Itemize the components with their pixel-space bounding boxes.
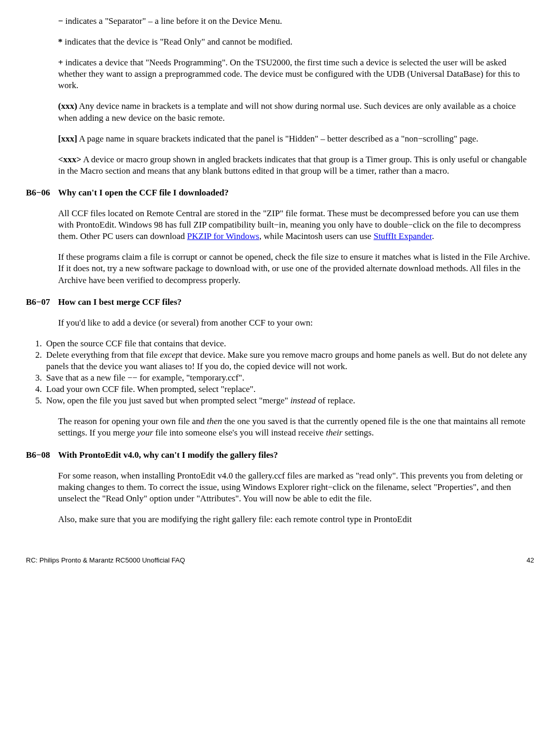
list-item: Save that as a new file −− for example, … — [44, 372, 534, 384]
heading-number: B6−07 — [26, 297, 58, 308]
para-corrupt-check: If these programs claim a file is corrup… — [58, 251, 534, 286]
footer-title: RC: Philips Pronto & Marantz RC5000 Unof… — [26, 556, 185, 565]
text-italic: except — [160, 350, 183, 360]
text: indicates that the device is "Read Only"… — [63, 37, 292, 47]
text-italic: their — [326, 428, 342, 438]
heading-b6-08: B6−08 With ProntoEdit v4.0, why can't I … — [26, 449, 534, 461]
text: Any device name in brackets is a templat… — [58, 101, 516, 122]
para-readonly: * indicates that the device is "Read Onl… — [58, 36, 534, 48]
text-italic: your — [137, 428, 153, 438]
heading-text: With ProntoEdit v4.0, why can't I modify… — [58, 449, 534, 461]
page-footer: RC: Philips Pronto & Marantz RC5000 Unof… — [26, 556, 534, 565]
list-item: Now, open the file you just saved but wh… — [44, 395, 534, 406]
link-stuffit[interactable]: StuffIt Expander — [373, 231, 432, 241]
text: Now, open the file you just saved but wh… — [46, 396, 290, 405]
link-pkzip[interactable]: PKZIP for Windows — [187, 231, 259, 241]
para-ccf-zip: All CCF files located on Remote Central … — [58, 208, 534, 242]
symbol-asterisk: * — [58, 37, 63, 47]
para-gallery-readonly: For some reason, when installing ProntoE… — [58, 470, 534, 504]
para-separator: − indicates a "Separator" – a line befor… — [58, 16, 534, 27]
para-brackets: [xxx] A page name in square brackets ind… — [58, 133, 534, 145]
symbol-plus: + — [58, 58, 63, 67]
text: settings. — [343, 428, 374, 438]
heading-text: Why can't I open the CCF file I download… — [58, 187, 534, 199]
heading-text: How can I best merge CCF files? — [58, 297, 534, 308]
heading-b6-07: B6−07 How can I best merge CCF files? — [26, 297, 534, 308]
text: Delete everything from that file — [46, 350, 160, 360]
para-parens: (xxx) Any device name in brackets is a t… — [58, 101, 534, 123]
heading-number: B6−06 — [26, 187, 58, 199]
para-needs-programming: + indicates a device that "Needs Program… — [58, 57, 534, 91]
para-angled: <xxx> A device or macro group shown in a… — [58, 154, 534, 177]
text: . — [432, 231, 434, 241]
text: of replace. — [316, 396, 355, 405]
heading-b6-06: B6−06 Why can't I open the CCF file I do… — [26, 187, 534, 199]
symbol-parens: (xxx) — [58, 101, 77, 111]
text: , while Macintosh users can use — [259, 231, 373, 241]
heading-number: B6−08 — [26, 449, 58, 461]
text: indicates a "Separator" – a line before … — [63, 16, 282, 26]
para-gallery-right-file: Also, make sure that you are modifying t… — [58, 514, 534, 525]
list-item: Delete everything from that file except … — [44, 349, 534, 372]
text: indicates a device that "Needs Programmi… — [58, 58, 520, 90]
text: The reason for opening your own file and — [58, 416, 207, 426]
text: A device or macro group shown in angled … — [58, 154, 527, 176]
text-italic: then — [207, 416, 222, 426]
merge-steps-list: Open the source CCF file that contains t… — [44, 338, 534, 407]
page-number: 42 — [527, 556, 534, 565]
list-item: Open the source CCF file that contains t… — [44, 338, 534, 349]
para-merge-intro: If you'd like to add a device (or severa… — [58, 317, 534, 329]
symbol-angled: <xxx> — [58, 154, 81, 164]
text-italic: instead — [290, 396, 316, 405]
text: file into someone else's you will instea… — [153, 428, 326, 438]
text: A page name in square brackets indicated… — [77, 134, 479, 144]
symbol-separator: − — [58, 16, 63, 26]
symbol-brackets: [xxx] — [58, 134, 77, 144]
list-item: Load your own CCF file. When prompted, s… — [44, 384, 534, 395]
para-merge-reason: The reason for opening your own file and… — [58, 416, 534, 439]
